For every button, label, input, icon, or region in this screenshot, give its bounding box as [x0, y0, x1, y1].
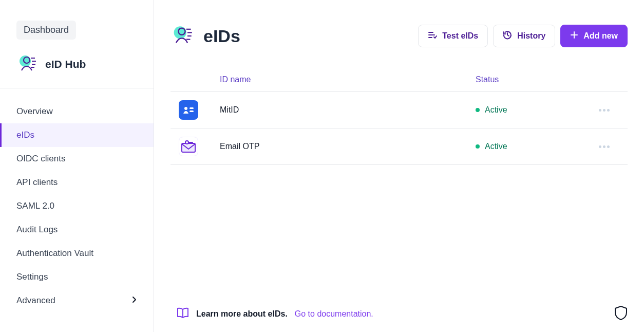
row-actions-menu[interactable]: [589, 109, 619, 112]
eid-hub-logo-icon: [16, 55, 37, 73]
table-row[interactable]: Email OTP Active: [171, 128, 628, 165]
header-left: eIDs: [171, 26, 240, 46]
col-status[interactable]: Status: [476, 75, 589, 84]
page-title: eIDs: [203, 26, 240, 46]
chevron-right-icon: [132, 296, 137, 306]
sidebar-item-eids[interactable]: eIDs: [0, 123, 154, 147]
brand-row: eID Hub: [0, 40, 154, 88]
button-label: Test eIDs: [442, 31, 478, 41]
test-eids-button[interactable]: Test eIDs: [418, 25, 488, 47]
sidebar-item-label: Advanced: [16, 296, 55, 306]
email-otp-provider-icon: [179, 137, 198, 156]
documentation-link[interactable]: Go to documentation.: [295, 309, 373, 319]
book-icon: [177, 307, 189, 321]
svg-rect-19: [190, 110, 194, 112]
sidebar-item-overview[interactable]: Overview: [0, 100, 154, 123]
sidebar-item-label: Authentication Vault: [16, 248, 93, 259]
sidebar-item-label: API clients: [16, 177, 58, 188]
footer-text: Learn more about eIDs.: [196, 309, 288, 319]
svg-rect-18: [190, 107, 194, 109]
sidebar-item-api-clients[interactable]: API clients: [0, 171, 154, 194]
checklist-icon: [428, 31, 437, 41]
button-label: Add new: [583, 31, 618, 41]
svg-point-17: [184, 107, 187, 110]
svg-rect-20: [182, 143, 195, 152]
provider-name: MitID: [220, 105, 476, 115]
table-row[interactable]: MitID Active: [171, 92, 628, 128]
svg-rect-22: [188, 142, 193, 143]
status-dot-icon: [476, 144, 480, 149]
history-icon: [503, 30, 512, 42]
sidebar-item-advanced[interactable]: Advanced: [0, 289, 154, 312]
footer-learn-more: Learn more about eIDs. Go to documentati…: [177, 307, 373, 321]
status-text: Active: [485, 142, 507, 151]
mitid-provider-icon: [179, 100, 198, 120]
main-content: eIDs Test eIDs History: [154, 0, 644, 332]
eids-table: ID name Status MitID Active: [154, 58, 644, 165]
status-badge: Active: [476, 142, 589, 151]
sidebar-nav: Overview eIDs OIDC clients API clients S…: [0, 88, 154, 312]
status-badge: Active: [476, 105, 589, 115]
add-new-button[interactable]: Add new: [560, 25, 628, 47]
sidebar-item-saml[interactable]: SAML 2.0: [0, 194, 154, 218]
sidebar-item-label: eIDs: [16, 130, 34, 140]
button-label: History: [517, 31, 545, 41]
sidebar-item-label: Settings: [16, 272, 48, 282]
sidebar-item-label: Overview: [16, 106, 53, 117]
status-dot-icon: [476, 108, 480, 112]
sidebar-item-label: Audit Logs: [16, 225, 58, 235]
sidebar: Dashboard eID Hub Overview eIDs OIDC cli…: [0, 0, 154, 332]
sidebar-item-label: OIDC clients: [16, 154, 65, 164]
row-actions-menu[interactable]: [589, 145, 619, 148]
header-actions: Test eIDs History Add new: [418, 25, 628, 47]
eids-page-icon: [171, 26, 193, 46]
sidebar-item-audit-logs[interactable]: Audit Logs: [0, 218, 154, 242]
col-id-name[interactable]: ID name: [220, 75, 476, 84]
plus-icon: [570, 31, 578, 41]
page-header: eIDs Test eIDs History: [154, 0, 644, 58]
page-footer: Learn more about eIDs. Go to documentati…: [177, 305, 628, 323]
status-text: Active: [485, 105, 507, 115]
sidebar-item-label: SAML 2.0: [16, 201, 54, 211]
history-button[interactable]: History: [493, 25, 555, 47]
dashboard-badge[interactable]: Dashboard: [16, 21, 76, 40]
brand-label: eID Hub: [45, 58, 86, 70]
sidebar-item-oidc-clients[interactable]: OIDC clients: [0, 147, 154, 171]
sidebar-item-settings[interactable]: Settings: [0, 265, 154, 289]
shield-icon[interactable]: [614, 305, 628, 323]
sidebar-item-auth-vault[interactable]: Authentication Vault: [0, 242, 154, 265]
table-header: ID name Status: [171, 68, 628, 92]
provider-name: Email OTP: [220, 142, 476, 151]
